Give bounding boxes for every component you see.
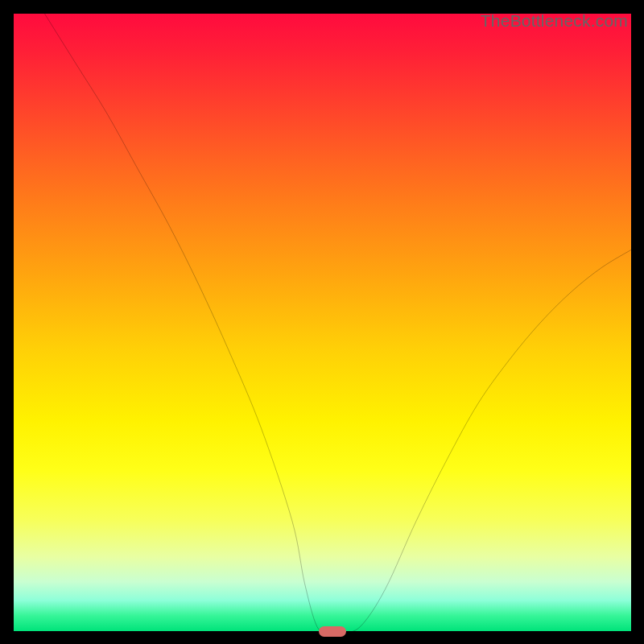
bottleneck-curve — [14, 14, 633, 633]
curve-path — [44, 14, 633, 634]
chart-plot-area: TheBottleneck.com — [13, 13, 632, 632]
optimal-marker-pill — [319, 626, 346, 637]
